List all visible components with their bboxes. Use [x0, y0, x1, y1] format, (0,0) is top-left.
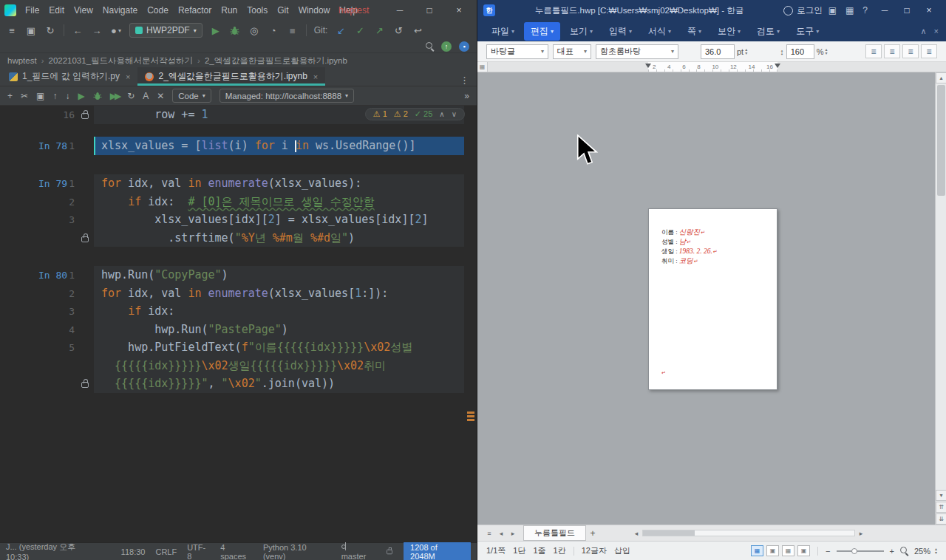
- menu-page[interactable]: 쪽▾: [681, 22, 708, 41]
- back-icon[interactable]: ←: [72, 24, 84, 37]
- breadcrumb-project[interactable]: hwptest: [7, 56, 37, 65]
- menu-edit[interactable]: Edit: [47, 4, 66, 17]
- git-commit-info[interactable]: J... (yesterday 오후 10:33): [6, 542, 101, 560]
- cell-code-panel-selected[interactable]: xlsx_values = [list(i) for i in ws.UsedR…: [94, 137, 464, 155]
- readonly-lock-icon[interactable]: [387, 549, 392, 553]
- align-justify-icon[interactable]: ≡: [865, 44, 882, 58]
- zoom-slider-knob[interactable]: [851, 548, 857, 554]
- notebook-editor[interactable]: 16 row += 1 ⚠ 1 ⚠ 2 ✓ 25 ∧ ∨: [0, 106, 477, 542]
- undo-icon[interactable]: ↩: [412, 24, 423, 37]
- cut-cell-icon[interactable]: ✂: [21, 91, 28, 101]
- menu-format[interactable]: 서식▾: [642, 22, 678, 41]
- cell-code-panel[interactable]: hwp.Run("CopyPage") for idx, val in enum…: [94, 266, 464, 393]
- profiler-icon[interactable]: ◔: [268, 24, 279, 37]
- jupyter-server-select[interactable]: Managed: http://localhost:8888 ▾: [220, 89, 354, 103]
- add-cell-icon[interactable]: +: [7, 91, 13, 101]
- next-problem-icon[interactable]: ∨: [452, 110, 457, 118]
- notebook-cell-in78[interactable]: In 78 1 xlsx_values = [list(i) for i in …: [0, 137, 464, 155]
- forward-icon[interactable]: →: [91, 24, 103, 37]
- zoom-in-icon[interactable]: +: [890, 547, 894, 556]
- view-mode-web-icon[interactable]: ▣: [797, 545, 810, 556]
- minimize-button[interactable]: ─: [874, 0, 896, 21]
- representative-select[interactable]: 대표▾: [553, 44, 591, 59]
- tab-nav-right-icon[interactable]: ▸: [507, 527, 519, 539]
- tab-fields-input-py[interactable]: 1_필드에 값 입력하기.py ×: [1, 67, 137, 86]
- font-size-input[interactable]: 36.0: [701, 44, 735, 59]
- move-cell-up-icon[interactable]: ↑: [52, 91, 57, 101]
- prev-problem-icon[interactable]: ∧: [439, 110, 444, 118]
- git-update-icon[interactable]: ↙: [335, 24, 347, 37]
- view-mode-fit-icon[interactable]: ▣: [766, 545, 779, 556]
- add-tab-button[interactable]: +: [586, 527, 599, 539]
- document-area[interactable]: 이름 : 신랑진↵ 성별 : 남↵ 생일 : 1983. 2. 26.↵ 취미 …: [477, 72, 946, 525]
- collapse-ribbon-icon[interactable]: ∧: [921, 27, 927, 36]
- tab-nav-left-icon[interactable]: ◂: [495, 527, 507, 539]
- minimize-button[interactable]: ─: [385, 0, 415, 21]
- memory-indicator[interactable]: 1208 of 2048M: [404, 542, 471, 560]
- zoom-out-icon[interactable]: −: [826, 547, 830, 556]
- font-select[interactable]: 함초롬바탕▾: [596, 44, 678, 59]
- tab-excel-to-hwp-ipynb[interactable]: 2_엑셀값을한글필드로활용하기.ipynb ×: [137, 67, 325, 86]
- open-icon[interactable]: ≡: [6, 24, 18, 37]
- hscroll-track[interactable]: [642, 530, 855, 536]
- notebook-cell-in79[interactable]: In 79 1 2 3 for idx, val in enumerate(xl…: [0, 174, 464, 247]
- prev-page-icon[interactable]: ⇈: [936, 502, 946, 513]
- user-avatar-icon[interactable]: ●▾: [110, 24, 122, 37]
- delete-cell-icon[interactable]: ✕: [157, 91, 164, 101]
- copy-cell-icon[interactable]: ▣: [36, 91, 44, 101]
- zoom-level[interactable]: 25%: [914, 547, 930, 556]
- layout-icon[interactable]: ▦: [845, 5, 854, 16]
- git-history-icon[interactable]: ↺: [392, 24, 404, 37]
- align-right-icon[interactable]: ≡: [921, 44, 937, 58]
- run-configuration-select[interactable]: HWP2PDF ▾: [129, 23, 203, 38]
- menu-run[interactable]: Run: [220, 4, 239, 17]
- notebook-cell-in80[interactable]: In 80 1 2 3 4 5 hwp.Run("CopyPage") for …: [0, 266, 464, 393]
- format-icon[interactable]: A: [143, 91, 149, 101]
- zoom-slider[interactable]: [837, 550, 884, 552]
- line-separator[interactable]: CRLF: [155, 547, 177, 556]
- paragraph-style-select[interactable]: 바탕글▾: [486, 44, 548, 59]
- breadcrumb-folder[interactable]: 20221031_필드사용해서문서작성하기: [48, 55, 193, 66]
- hscroll-thumb[interactable]: [643, 530, 695, 536]
- tab-list-icon[interactable]: ⋮: [452, 75, 477, 86]
- interpreter[interactable]: Python 3.10 (venv): [263, 543, 331, 560]
- view-mode-page-icon[interactable]: ▦: [751, 545, 763, 556]
- code-with-me-icon[interactable]: ▪: [459, 41, 469, 52]
- file-encoding[interactable]: UTF-8: [187, 543, 210, 560]
- hscroll-left-icon[interactable]: ◂: [630, 527, 642, 539]
- debug-cell-icon[interactable]: [93, 92, 102, 100]
- login-button[interactable]: 로그인: [783, 5, 823, 16]
- ide-update-icon[interactable]: ↑: [441, 41, 452, 52]
- font-size-spinner[interactable]: ▴▾: [745, 48, 747, 55]
- inspections-widget[interactable]: ⚠ 1 ⚠ 2 ✓ 25 ∧ ∨: [365, 108, 465, 120]
- menu-review[interactable]: 검토▾: [750, 22, 786, 41]
- menu-navigate[interactable]: Navigate: [101, 4, 139, 17]
- document-page[interactable]: 이름 : 신랑진↵ 성별 : 남↵ 생일 : 1983. 2. 26.↵ 취미 …: [648, 208, 777, 390]
- git-push-icon[interactable]: ↗: [373, 24, 385, 37]
- menu-git[interactable]: Git: [276, 4, 290, 17]
- menu-refactor[interactable]: Refactor: [177, 4, 213, 17]
- zoom-spinner[interactable]: ▴▾: [935, 547, 937, 555]
- move-cell-down-icon[interactable]: ↓: [65, 91, 69, 101]
- hscroll-right-icon[interactable]: ▸: [855, 527, 867, 539]
- next-page-icon[interactable]: ⇊: [936, 513, 946, 525]
- maximize-button[interactable]: □: [896, 0, 918, 21]
- close-button[interactable]: ×: [444, 0, 474, 21]
- line-spacing-input[interactable]: 160: [786, 44, 814, 59]
- view-mode-two-page-icon[interactable]: ▦: [782, 545, 794, 556]
- close-ribbon-icon[interactable]: ×: [934, 27, 939, 36]
- tab-close-icon[interactable]: ×: [313, 72, 318, 81]
- line-spacing-spinner[interactable]: ▴▾: [825, 48, 827, 55]
- scrollbar-thumb[interactable]: [937, 85, 945, 196]
- git-commit-icon[interactable]: ✓: [354, 24, 366, 37]
- menu-tools[interactable]: 도구▾: [789, 22, 826, 41]
- scroll-up-icon[interactable]: ▴: [936, 72, 946, 83]
- caret-position[interactable]: 118:30: [121, 547, 146, 556]
- restart-kernel-icon[interactable]: ↻: [127, 91, 135, 101]
- cell-type-select[interactable]: Code ▾: [172, 89, 211, 103]
- search-icon[interactable]: [426, 42, 434, 50]
- align-center-icon[interactable]: ≡: [902, 44, 919, 58]
- fullscreen-icon[interactable]: ▣: [828, 5, 837, 16]
- tab-list-icon[interactable]: ≡: [483, 527, 495, 539]
- horizontal-ruler[interactable]: ▦ 24 68 1012 1416: [477, 62, 946, 72]
